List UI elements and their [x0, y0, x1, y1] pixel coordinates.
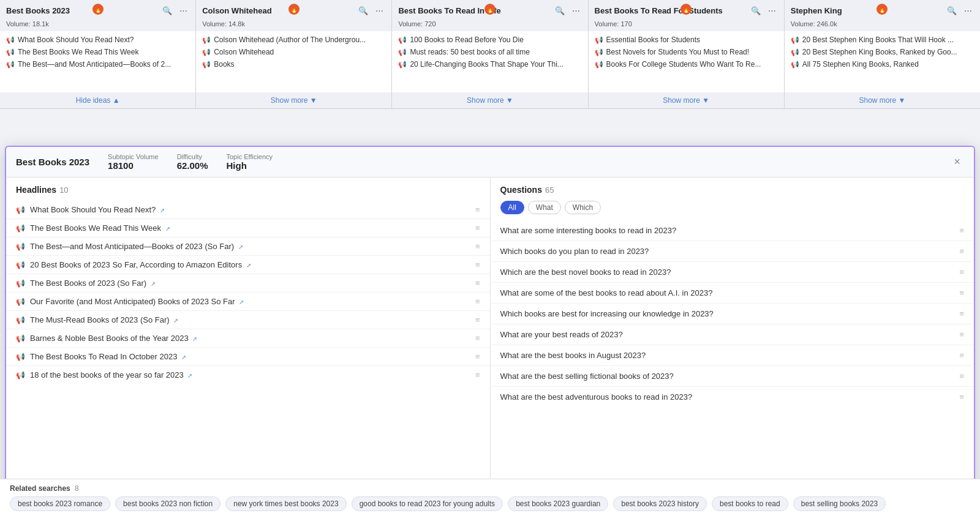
fire-badge-4: 🔥	[876, 4, 888, 15]
card-item-text: All 75 Stephen King Books, Ranked	[802, 60, 919, 69]
card-item[interactable]: 📢 The Best—and Most Anticipated—Books of…	[0, 58, 195, 70]
show-more-3[interactable]: Show more ▼	[589, 92, 784, 108]
card-item-text: Colson Whitehead (Author of The Undergro…	[214, 36, 366, 44]
card-volume-2: Volume: 720	[392, 19, 587, 31]
card-item-text: 20 Best Stephen King Books That Will Hoo…	[802, 36, 954, 44]
hide-ideas-0[interactable]: Hide ideas ▲	[0, 92, 195, 108]
megaphone-icon: 📢	[791, 36, 799, 44]
card-item-text: Books For College Students Who Want To R…	[606, 60, 761, 69]
search-icon-0[interactable]: 🔍	[160, 5, 174, 17]
card-item[interactable]: 📢 Colson Whitehead (Author of The Underg…	[196, 34, 391, 46]
card-colson-whitehead[interactable]: 🔥 Colson Whitehead 🔍 ⋯ Volume: 14.8k 📢 C…	[196, 0, 392, 108]
megaphone-icon: 📢	[6, 61, 15, 69]
fire-badge-1: 🔥	[288, 4, 300, 15]
search-icon-3[interactable]: 🔍	[749, 5, 763, 17]
card-item[interactable]: 📢 20 Best Stephen King Books That Will H…	[785, 34, 980, 46]
card-item-text: Best Novels for Students You Must to Rea…	[606, 48, 749, 56]
search-icon-4[interactable]: 🔍	[945, 5, 959, 17]
card-best-books-for-students[interactable]: 🔥 Best Books To Read For Students 🔍 ⋯ Vo…	[589, 0, 785, 108]
more-icon-2[interactable]: ⋯	[570, 5, 582, 17]
more-icon-4[interactable]: ⋯	[962, 5, 974, 17]
card-volume-1: Volume: 14.8k	[196, 19, 391, 31]
card-item-text: Essential Books for Students	[606, 36, 700, 44]
card-item[interactable]: 📢 Colson Whitehead	[196, 46, 391, 58]
card-items-3: 📢 Essential Books for Students 📢 Best No…	[589, 31, 784, 92]
card-volume-4: Volume: 246.0k	[785, 19, 980, 31]
megaphone-icon: 📢	[6, 48, 15, 56]
card-icons-1: 🔍 ⋯	[356, 5, 385, 17]
card-item[interactable]: 📢 Books	[196, 58, 391, 70]
card-stephen-king[interactable]: 🔥 Stephen King 🔍 ⋯ Volume: 246.0k 📢 20 B…	[785, 0, 980, 108]
card-icons-4: 🔍 ⋯	[945, 5, 974, 17]
megaphone-icon: 📢	[202, 36, 211, 44]
card-item-text: The Best Books We Read This Week	[18, 48, 138, 56]
card-title-4: Stephen King	[791, 6, 842, 15]
card-item[interactable]: 📢 Must reads: 50 best books of all time	[392, 46, 587, 58]
megaphone-icon: 📢	[398, 36, 407, 44]
megaphone-icon: 📢	[202, 48, 211, 56]
card-item[interactable]: 📢 Essential Books for Students	[589, 34, 784, 46]
card-item[interactable]: 📢 100 Books to Read Before You Die	[392, 34, 587, 46]
megaphone-icon: 📢	[6, 36, 15, 44]
search-icon-1[interactable]: 🔍	[356, 5, 370, 17]
card-items-0: 📢 What Book Should You Read Next? 📢 The …	[0, 31, 195, 92]
card-title-1: Colson Whitehead	[202, 6, 271, 15]
card-icons-2: 🔍 ⋯	[553, 5, 582, 17]
card-title-0: Best Books 2023	[6, 6, 70, 15]
card-item-text: 20 Life-Changing Books That Shape Your T…	[410, 60, 563, 69]
show-more-4[interactable]: Show more ▼	[785, 92, 980, 108]
card-item[interactable]: 📢 20 Life-Changing Books That Shape Your…	[392, 58, 587, 70]
megaphone-icon: 📢	[595, 36, 603, 44]
megaphone-icon: 📢	[398, 48, 407, 56]
cards-row: 🔥 Best Books 2023 🔍 ⋯ Volume: 18.1k 📢 Wh…	[0, 0, 980, 109]
fire-badge-3: 🔥	[680, 4, 692, 15]
megaphone-icon: 📢	[595, 61, 603, 69]
card-item[interactable]: 📢 What Book Should You Read Next?	[0, 34, 195, 46]
megaphone-icon: 📢	[202, 61, 211, 69]
show-more-1[interactable]: Show more ▼	[196, 92, 391, 108]
card-item[interactable]: 📢 Books For College Students Who Want To…	[589, 58, 784, 70]
card-item[interactable]: 📢 The Best Books We Read This Week	[0, 46, 195, 58]
card-item-text: Colson Whitehead	[214, 48, 274, 56]
card-best-books-2023[interactable]: 🔥 Best Books 2023 🔍 ⋯ Volume: 18.1k 📢 Wh…	[0, 0, 196, 108]
megaphone-icon: 📢	[791, 61, 799, 69]
megaphone-icon: 📢	[791, 48, 799, 56]
more-icon-3[interactable]: ⋯	[766, 5, 778, 17]
card-item[interactable]: 📢 20 Best Stephen King Books, Ranked by …	[785, 46, 980, 58]
more-icon-0[interactable]: ⋯	[178, 5, 189, 17]
card-items-4: 📢 20 Best Stephen King Books That Will H…	[785, 31, 980, 92]
card-items-1: 📢 Colson Whitehead (Author of The Underg…	[196, 31, 391, 92]
card-icons-3: 🔍 ⋯	[749, 5, 778, 17]
search-icon-2[interactable]: 🔍	[553, 5, 567, 17]
card-item-text: What Book Should You Read Next?	[18, 36, 134, 44]
card-icons-0: 🔍 ⋯	[160, 5, 189, 17]
card-best-books-to-read-in-life[interactable]: 🔥 Best Books To Read In Life 🔍 ⋯ Volume:…	[392, 0, 588, 108]
card-item[interactable]: 📢 Best Novels for Students You Must to R…	[589, 46, 784, 58]
card-items-2: 📢 100 Books to Read Before You Die 📢 Mus…	[392, 31, 587, 92]
fire-badge-2: 🔥	[484, 4, 496, 15]
card-item-text: Books	[214, 60, 234, 69]
card-item-text: The Best—and Most Anticipated—Books of 2…	[18, 60, 171, 69]
card-item-text: 20 Best Stephen King Books, Ranked by Go…	[802, 48, 957, 56]
show-more-2[interactable]: Show more ▼	[392, 92, 587, 108]
card-title-3: Best Books To Read For Students	[595, 6, 723, 15]
megaphone-icon: 📢	[398, 61, 407, 69]
card-volume-0: Volume: 18.1k	[0, 19, 195, 31]
card-item-text: 100 Books to Read Before You Die	[410, 36, 523, 44]
fire-badge-0: 🔥	[92, 4, 104, 15]
card-item-text: Must reads: 50 best books of all time	[410, 48, 529, 56]
card-volume-3: Volume: 170	[589, 19, 784, 31]
card-item[interactable]: 📢 All 75 Stephen King Books, Ranked	[785, 58, 980, 70]
more-icon-1[interactable]: ⋯	[374, 5, 385, 17]
megaphone-icon: 📢	[595, 48, 603, 56]
